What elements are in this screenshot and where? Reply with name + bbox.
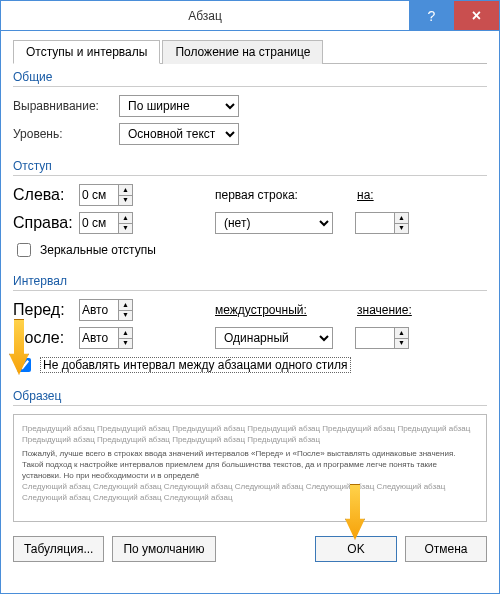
tab-strip: Отступы и интервалы Положение на страниц… xyxy=(13,39,487,64)
linespacing-label: междустрочный: xyxy=(215,303,315,317)
firstline-label: первая строка: xyxy=(215,188,315,202)
space-after-input[interactable] xyxy=(80,328,118,348)
spin-down-icon[interactable]: ▼ xyxy=(119,339,132,349)
linespacing-by-label: значение: xyxy=(357,303,412,317)
indent-left-label: Слева: xyxy=(13,186,73,204)
titlebar: Абзац ? × xyxy=(1,1,499,31)
cancel-button[interactable]: Отмена xyxy=(405,536,487,562)
spin-down-icon[interactable]: ▼ xyxy=(119,196,132,206)
tab-position-label: Положение на странице xyxy=(175,45,310,59)
spin-down-icon[interactable]: ▼ xyxy=(395,339,408,349)
firstline-combo[interactable]: (нет) xyxy=(215,212,333,234)
default-button[interactable]: По умолчанию xyxy=(112,536,215,562)
close-button[interactable]: × xyxy=(454,1,499,30)
preview-box: Предыдущий абзац Предыдущий абзац Предыд… xyxy=(13,414,487,522)
paragraph-dialog: Абзац ? × Отступы и интервалы Положение … xyxy=(0,0,500,594)
spin-up-icon[interactable]: ▲ xyxy=(119,213,132,224)
group-indent-label: Отступ xyxy=(13,159,487,176)
spin-down-icon[interactable]: ▼ xyxy=(119,224,132,234)
level-combo[interactable]: Основной текст xyxy=(119,123,239,145)
space-before-spinner[interactable]: ▲▼ xyxy=(79,299,133,321)
firstline-by-input[interactable] xyxy=(356,213,394,233)
alignment-label: Выравнивание: xyxy=(13,99,113,113)
indent-right-label: Справа: xyxy=(13,214,73,232)
spin-up-icon[interactable]: ▲ xyxy=(395,213,408,224)
no-space-same-style-label: Не добавлять интервал между абзацами одн… xyxy=(40,357,351,373)
group-indent: Отступ Слева: ▲▼ первая строка: на: Спра… xyxy=(13,159,487,260)
dialog-actions: Табуляция... По умолчанию OK Отмена xyxy=(13,536,487,562)
linespacing-combo[interactable]: Одинарный xyxy=(215,327,333,349)
mirror-indents-label: Зеркальные отступы xyxy=(40,243,156,257)
group-preview: Образец Предыдущий абзац Предыдущий абза… xyxy=(13,389,487,522)
dialog-title: Абзац xyxy=(1,9,409,23)
space-after-spinner[interactable]: ▲▼ xyxy=(79,327,133,349)
space-before-input[interactable] xyxy=(80,300,118,320)
preview-main-text: Пожалуй, лучше всего в строках ввода зна… xyxy=(22,448,478,481)
spin-up-icon[interactable]: ▲ xyxy=(119,300,132,311)
ok-button[interactable]: OK xyxy=(315,536,397,562)
linespacing-by-input[interactable] xyxy=(356,328,394,348)
level-label: Уровень: xyxy=(13,127,113,141)
spin-up-icon[interactable]: ▲ xyxy=(119,185,132,196)
indent-left-input[interactable] xyxy=(80,185,118,205)
firstline-by-label: на: xyxy=(357,188,387,202)
preview-prev-text: Предыдущий абзац Предыдущий абзац Предыд… xyxy=(22,423,478,445)
group-preview-label: Образец xyxy=(13,389,487,406)
spin-up-icon[interactable]: ▲ xyxy=(119,328,132,339)
spin-up-icon[interactable]: ▲ xyxy=(395,328,408,339)
indent-left-spinner[interactable]: ▲▼ xyxy=(79,184,133,206)
tab-indents-label: Отступы и интервалы xyxy=(26,45,147,59)
space-before-label: Перед: xyxy=(13,301,73,319)
indent-right-input[interactable] xyxy=(80,213,118,233)
tab-position[interactable]: Положение на странице xyxy=(162,40,323,64)
tab-indents[interactable]: Отступы и интервалы xyxy=(13,40,160,64)
tabs-button[interactable]: Табуляция... xyxy=(13,536,104,562)
linespacing-by-spinner[interactable]: ▲▼ xyxy=(355,327,409,349)
indent-right-spinner[interactable]: ▲▼ xyxy=(79,212,133,234)
group-general-label: Общие xyxy=(13,70,487,87)
alignment-combo[interactable]: По ширине xyxy=(119,95,239,117)
preview-next-text: Следующий абзац Следующий абзац Следующи… xyxy=(22,481,478,503)
firstline-by-spinner[interactable]: ▲▼ xyxy=(355,212,409,234)
spin-down-icon[interactable]: ▼ xyxy=(119,311,132,321)
help-button[interactable]: ? xyxy=(409,1,454,30)
spin-down-icon[interactable]: ▼ xyxy=(395,224,408,234)
group-general: Общие Выравнивание: По ширине Уровень: О… xyxy=(13,70,487,145)
mirror-indents-checkbox[interactable] xyxy=(17,243,31,257)
group-spacing: Интервал Перед: ▲▼ междустрочный: значен… xyxy=(13,274,487,375)
group-spacing-label: Интервал xyxy=(13,274,487,291)
